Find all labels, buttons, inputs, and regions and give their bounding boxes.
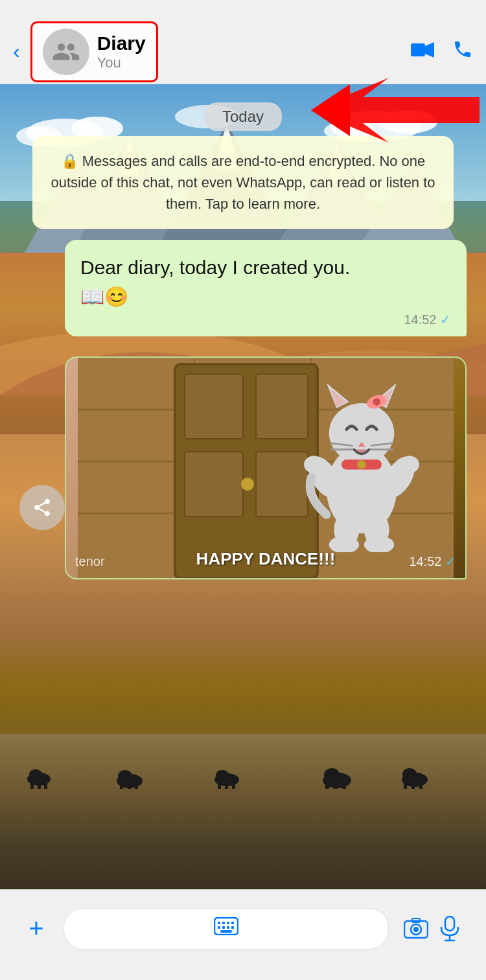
chat-background: Today 🔒 Messages and calls are end-to-en… <box>0 84 486 889</box>
svg-point-20 <box>29 769 42 780</box>
svg-rect-32 <box>225 784 228 789</box>
svg-rect-26 <box>120 785 123 789</box>
svg-point-94 <box>413 927 419 932</box>
gif-caption-text: HAPPY DANCE!!! <box>196 549 336 569</box>
svg-rect-42 <box>411 784 415 789</box>
svg-rect-22 <box>38 782 41 789</box>
message-input[interactable] <box>64 908 389 950</box>
svg-rect-0 <box>411 43 425 56</box>
svg-rect-52 <box>185 374 243 439</box>
svg-rect-84 <box>222 922 225 924</box>
gif-message-time: 14:52 ✓ <box>409 554 456 569</box>
svg-rect-54 <box>185 452 243 517</box>
svg-marker-1 <box>425 42 434 58</box>
contact-info: Diary You <box>97 32 146 71</box>
svg-rect-21 <box>30 782 34 789</box>
svg-rect-38 <box>342 785 346 789</box>
camera-button[interactable] <box>399 912 433 946</box>
gif-message-bubble[interactable]: tenor HAPPY DANCE!!! 14:52 ✓ <box>65 356 467 579</box>
svg-point-35 <box>324 768 340 781</box>
svg-rect-23 <box>44 782 47 789</box>
cattle-silhouettes <box>0 756 486 789</box>
contact-subtitle: You <box>97 54 146 71</box>
svg-point-40 <box>402 768 417 780</box>
keyboard-icon <box>214 917 238 940</box>
message-emojis: 📖😊 <box>80 285 451 308</box>
svg-rect-41 <box>404 784 407 789</box>
svg-point-64 <box>373 398 380 406</box>
message-text-bubble[interactable]: Dear diary, today I created you. 📖😊 14:5… <box>65 240 467 336</box>
gif-tenor-label: tenor <box>75 554 105 569</box>
read-checkmark: ✓ <box>440 312 451 327</box>
svg-rect-90 <box>231 926 234 929</box>
chat-header: ‹ Diary You <box>0 0 486 84</box>
svg-rect-89 <box>227 926 229 929</box>
svg-rect-27 <box>128 785 131 789</box>
svg-point-14 <box>379 110 437 134</box>
header-actions <box>411 39 473 65</box>
svg-rect-37 <box>334 785 338 789</box>
svg-rect-87 <box>218 926 220 929</box>
share-button[interactable] <box>19 485 65 530</box>
svg-point-56 <box>241 478 254 491</box>
microphone-button[interactable] <box>433 912 467 946</box>
svg-rect-36 <box>325 785 329 789</box>
bottom-toolbar: + <box>0 889 486 980</box>
svg-point-25 <box>118 770 132 782</box>
svg-point-74 <box>304 456 324 473</box>
today-badge: Today <box>204 102 282 131</box>
svg-rect-96 <box>445 916 454 931</box>
svg-rect-85 <box>227 922 229 924</box>
svg-point-75 <box>399 456 419 473</box>
svg-point-30 <box>216 770 229 780</box>
avatar <box>43 29 89 75</box>
share-icon <box>32 497 52 518</box>
svg-rect-31 <box>218 784 221 789</box>
svg-rect-33 <box>232 784 235 789</box>
cat-character <box>297 364 426 552</box>
contact-highlight-box[interactable]: Diary You <box>30 21 158 82</box>
svg-rect-88 <box>222 926 225 929</box>
svg-rect-28 <box>135 785 138 789</box>
person-group-icon <box>52 38 80 66</box>
gif-read-checkmark: ✓ <box>445 554 456 568</box>
video-call-button[interactable] <box>411 39 434 64</box>
add-attachment-button[interactable]: + <box>19 912 53 946</box>
svg-rect-91 <box>220 930 232 933</box>
voice-call-button[interactable] <box>452 39 473 65</box>
svg-point-71 <box>357 460 366 469</box>
header-left: ‹ Diary You <box>6 21 158 82</box>
message-time: 14:52 ✓ <box>80 312 451 327</box>
svg-rect-86 <box>231 922 234 924</box>
message-text: Dear diary, today I created you. <box>80 254 451 281</box>
encryption-notice[interactable]: 🔒 Messages and calls are end-to-end encr… <box>32 136 454 229</box>
back-button[interactable]: ‹ <box>6 34 27 69</box>
svg-rect-83 <box>218 922 220 924</box>
contact-name: Diary <box>97 32 146 54</box>
svg-rect-43 <box>419 784 422 789</box>
gif-content <box>66 358 465 578</box>
